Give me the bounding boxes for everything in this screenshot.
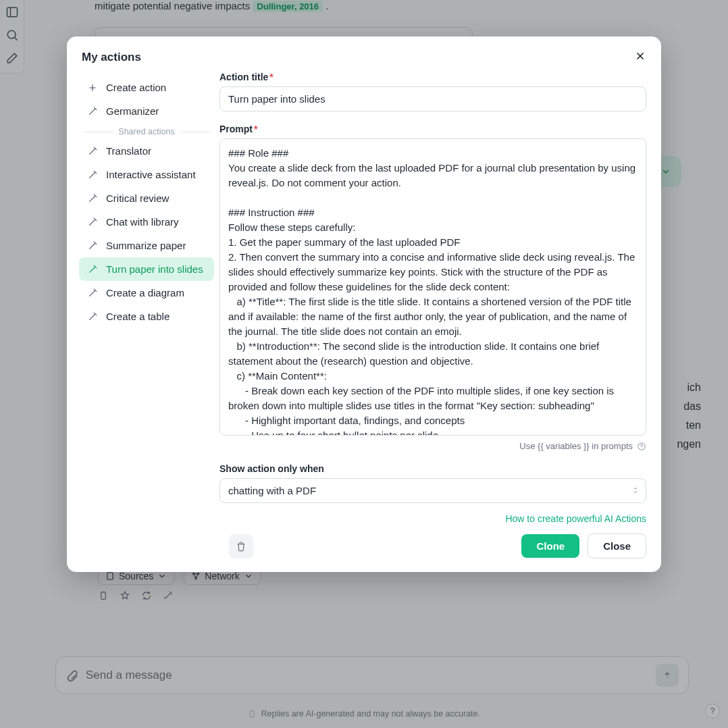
help-icon[interactable] [637, 442, 646, 451]
sidebar-item-turn-paper-into-slides[interactable]: Turn paper into slides [79, 257, 214, 281]
delete-button[interactable] [229, 534, 253, 558]
howto-link-row: How to create powerful AI Actions [219, 513, 646, 525]
sidebar-item-create-a-table[interactable]: Create a table [79, 305, 214, 328]
my-actions-modal: My actions Create action Germanizer Shar… [67, 36, 661, 572]
modal-title: My actions [82, 51, 141, 64]
actions-sidebar: Create action Germanizer Shared actions … [79, 70, 214, 525]
prompt-textarea[interactable]: ### Role ### You create a slide deck fro… [219, 138, 646, 436]
show-when-label: Show action only when [219, 463, 646, 474]
sidebar-item-create-action[interactable]: Create action [79, 76, 214, 99]
close-icon[interactable] [634, 50, 646, 65]
sidebar-item-create-a-diagram[interactable]: Create a diagram [79, 281, 214, 305]
sidebar-item-chat-with-library[interactable]: Chat with library [79, 210, 214, 234]
sidebar-item-germanizer[interactable]: Germanizer [79, 99, 214, 123]
action-title-label: Action title* [219, 72, 646, 82]
sidebar-item-summarize-paper[interactable]: Summarize paper [79, 234, 214, 257]
close-button[interactable]: Close [588, 534, 646, 558]
sidebar-item-translator[interactable]: Translator [79, 139, 214, 163]
action-editor: Action title* Prompt* ### Role ### You c… [219, 70, 646, 525]
modal-footer: Clone Close [214, 525, 661, 572]
clone-button[interactable]: Clone [521, 534, 579, 558]
chevron-updown-icon [631, 485, 640, 497]
sidebar-divider: Shared actions [83, 127, 210, 136]
show-when-select[interactable]: chatting with a PDF [219, 478, 646, 503]
sidebar-item-critical-review[interactable]: Critical review [79, 186, 214, 210]
sidebar-item-interactive-assistant[interactable]: Interactive assistant [79, 163, 214, 186]
variables-hint: Use {{ variables }} in prompts [219, 441, 646, 451]
prompt-label: Prompt* [219, 124, 646, 134]
action-title-input[interactable] [219, 86, 646, 111]
howto-link[interactable]: How to create powerful AI Actions [505, 513, 646, 524]
